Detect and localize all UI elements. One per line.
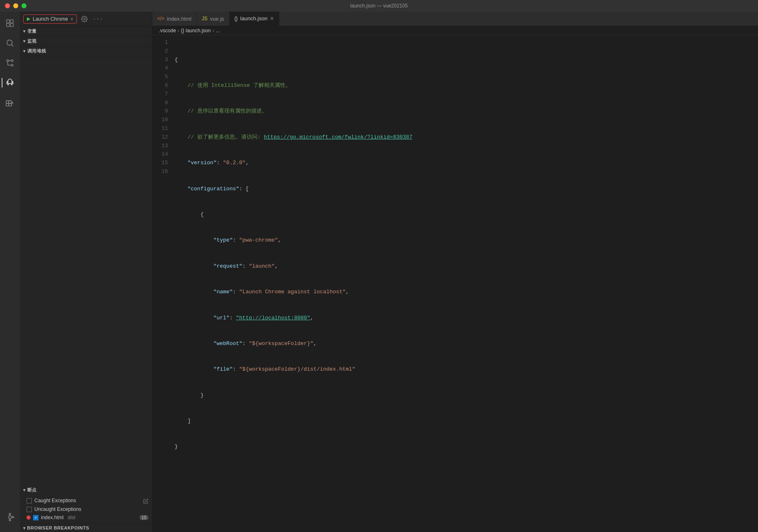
variables-section: ▾ 变量 <box>20 26 152 36</box>
tab-launch-json-label: launch.json <box>240 15 268 22</box>
activity-extensions[interactable] <box>2 94 18 111</box>
watch-header[interactable]: ▾ 监视 <box>20 36 152 46</box>
svg-point-16 <box>12 516 14 518</box>
code-line-14: } <box>175 391 758 400</box>
code-content[interactable]: { // 使用 IntelliSense 了解相关属性。 // 悬停以查看现有属… <box>173 38 758 532</box>
uncaught-exceptions-label: Uncaught Exceptions <box>34 506 81 512</box>
breakpoints-label: 断点 <box>27 487 37 493</box>
code-line-6: "configurations": [ <box>175 185 758 194</box>
js-icon: JS <box>202 16 208 22</box>
code-line-15: ] <box>175 417 758 426</box>
svg-rect-12 <box>6 103 9 106</box>
breadcrumb-file[interactable]: {} launch.json <box>181 28 211 34</box>
callstack-header[interactable]: ▾ 调用堆栈 <box>20 46 152 56</box>
svg-rect-10 <box>6 101 9 103</box>
html-icon: </> <box>157 16 164 22</box>
svg-point-6 <box>7 60 9 62</box>
svg-point-18 <box>84 18 85 20</box>
breakpoint-dot-icon <box>26 515 31 520</box>
watch-section: ▾ 监视 <box>20 36 152 46</box>
launch-label: Launch Chrome <box>33 16 68 22</box>
debug-toolbar: ▶ Launch Chrome ∨ ··· <box>20 12 152 26</box>
code-line-13: "file": "${workspaceFolder}/dist/index.h… <box>175 365 758 374</box>
code-line-4: // 欲了解更多信息, 请访问: https://go.microsoft.co… <box>175 133 758 142</box>
more-actions-button[interactable]: ··· <box>92 13 103 25</box>
sidebar: ▶ Launch Chrome ∨ ··· ▾ 变量 <box>20 12 152 532</box>
breadcrumb: .vscode › {} launch.json › ... <box>152 26 758 35</box>
tab-vue-js[interactable]: JS vue.js <box>197 12 230 26</box>
maximize-button[interactable] <box>22 3 26 8</box>
callstack-section: ▾ 调用堆栈 <box>20 46 152 56</box>
tab-index-html-label: index.html <box>167 16 191 22</box>
uncaught-exceptions-checkbox[interactable] <box>26 507 32 512</box>
code-line-16: } <box>175 443 758 451</box>
play-icon: ▶ <box>27 16 30 22</box>
window-title: launch.json — vue202105 <box>350 3 408 9</box>
line-numbers: 1 2 3 4 5 6 7 8 9 10 11 12 13 14 15 16 <box>152 38 173 532</box>
launch-chrome-button[interactable]: ▶ Launch Chrome ∨ <box>23 14 77 24</box>
breakpoint-count: 15 <box>139 515 149 520</box>
breadcrumb-sep1: › <box>178 28 179 34</box>
svg-point-8 <box>11 60 13 62</box>
code-line-8: "type": "pwa-chrome", <box>175 236 758 245</box>
svg-line-5 <box>12 45 13 46</box>
code-line-7: { <box>175 211 758 219</box>
svg-rect-1 <box>10 20 13 23</box>
code-line-11: "url": "http://localhost:8080", <box>175 314 758 323</box>
activity-search[interactable] <box>2 35 18 51</box>
activity-git[interactable] <box>2 55 18 71</box>
editor-area: </> index.html JS vue.js {} launch.json … <box>152 12 758 532</box>
svg-point-4 <box>7 40 12 46</box>
chevron-callstack-icon: ▾ <box>23 49 26 53</box>
minimize-button[interactable] <box>13 3 18 8</box>
svg-rect-13 <box>9 103 11 106</box>
variables-header[interactable]: ▾ 变量 <box>20 26 152 36</box>
svg-rect-2 <box>7 24 10 26</box>
breakpoints-section: ▾ 断点 Caught Exceptions Uncaught <box>20 485 152 524</box>
activity-source-control[interactable] <box>2 509 18 525</box>
tab-close-icon[interactable]: × <box>270 15 273 22</box>
svg-rect-3 <box>10 24 13 26</box>
svg-point-7 <box>11 64 13 66</box>
svg-rect-0 <box>7 20 10 23</box>
file-breakpoint-checkbox[interactable] <box>33 515 38 520</box>
browser-breakpoints-header[interactable]: ▾ BROWSER BREAKPOINTS <box>20 524 152 532</box>
watch-label: 监视 <box>27 38 37 44</box>
breadcrumb-vscode[interactable]: .vscode <box>159 28 176 34</box>
browser-breakpoints-label: BROWSER BREAKPOINTS <box>27 525 89 530</box>
browser-breakpoints-section: ▾ BROWSER BREAKPOINTS <box>20 524 152 532</box>
breakpoint-path: dist <box>68 515 76 520</box>
chevron-browser-bp-icon: ▾ <box>23 526 26 530</box>
close-button[interactable] <box>5 3 10 8</box>
gear-button[interactable] <box>79 13 90 25</box>
app-container: ▶ Launch Chrome ∨ ··· ▾ 变量 <box>0 12 758 532</box>
tab-bar: </> index.html JS vue.js {} launch.json … <box>152 12 758 26</box>
breadcrumb-sep2: › <box>212 28 214 34</box>
code-line-5: "version": "0.2.0", <box>175 159 758 168</box>
caught-exceptions-checkbox[interactable] <box>26 498 32 503</box>
breakpoint-filename: index.html <box>41 515 64 520</box>
code-line-10: "name": "Launch Chrome against localhost… <box>175 288 758 297</box>
chevron-breakpoints-icon: ▾ <box>23 488 26 492</box>
edit-caught-icon[interactable] <box>143 498 149 504</box>
activity-explorer[interactable] <box>2 15 18 31</box>
code-line-3: // 悬停以查看现有属性的描述。 <box>175 107 758 116</box>
caught-exceptions-item: Caught Exceptions <box>20 496 152 505</box>
breakpoints-header[interactable]: ▾ 断点 <box>20 485 152 495</box>
title-bar: launch.json — vue202105 <box>0 0 758 12</box>
file-breakpoint-item: index.html dist 15 <box>20 513 152 522</box>
tab-vue-js-label: vue.js <box>210 16 224 22</box>
code-line-12: "webRoot": "${workspaceFolder}", <box>175 340 758 348</box>
sidebar-spacer <box>20 56 152 485</box>
tab-launch-json[interactable]: {} launch.json × <box>230 12 279 26</box>
svg-point-17 <box>9 520 11 521</box>
breadcrumb-extra[interactable]: ... <box>216 28 220 34</box>
tab-index-html[interactable]: </> index.html <box>152 12 197 26</box>
code-line-2: // 使用 IntelliSense 了解相关属性。 <box>175 81 758 90</box>
activity-bar <box>0 12 20 532</box>
activity-debug[interactable] <box>2 74 18 91</box>
callstack-label: 调用堆栈 <box>27 48 46 54</box>
chevron-down-icon: ∨ <box>70 17 73 21</box>
svg-point-14 <box>8 515 11 518</box>
chevron-watch-icon: ▾ <box>23 39 26 43</box>
